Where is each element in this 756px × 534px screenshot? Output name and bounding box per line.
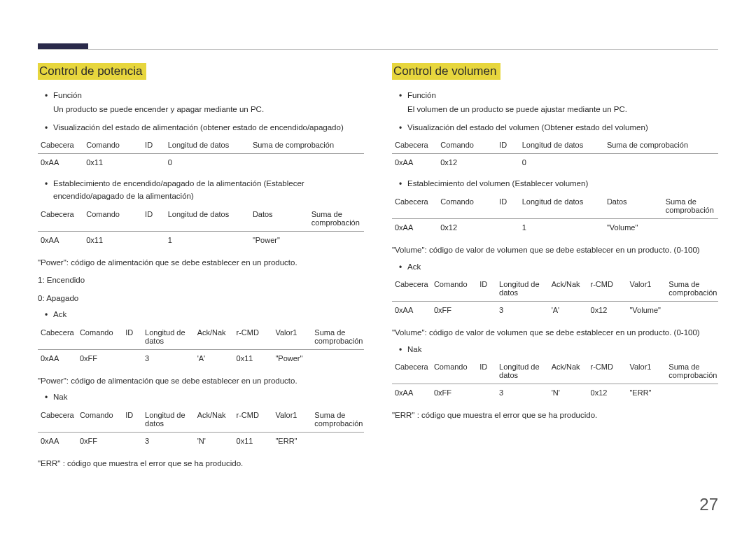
right-column: Control de volumen Función El volumen de… [392,63,718,474]
page-number: 27 [699,495,718,514]
td: 3 [142,349,195,367]
bullet-funcion-left: Función [38,90,364,102]
td [309,232,364,249]
th: Cabecera [392,277,431,302]
th: r-CMD [234,325,273,350]
td: 0xAA [38,154,83,171]
td: 0xAA [392,384,431,402]
th: ID [122,408,142,433]
td: 1 [519,219,604,237]
td: 1 [165,232,250,249]
th: Longitud de datos [142,408,195,433]
bullet-ack-left: Ack [38,309,364,321]
bullet-funcion-right: Función [392,90,718,102]
th: Comando [438,195,496,219]
th: Valor1 [626,277,666,302]
td [142,232,165,249]
th: Valor1 [272,325,312,350]
th: Suma de comprobación [666,277,718,302]
td [477,384,496,402]
td: "Volume" [626,302,666,319]
code-desc-left: "Power": código de alimentación que se d… [38,255,364,270]
th: Ack/Nak [195,325,234,350]
td: 0x11 [83,154,142,171]
td [122,432,142,449]
td: 0x12 [438,219,496,237]
th: Comando [431,277,477,302]
bullet-nak-right: Nak [392,344,718,356]
th: Ack/Nak [549,277,588,302]
th: Cabecera [392,360,431,384]
th: Cabecera [38,325,77,350]
td: 0xFF [431,384,477,402]
th: Suma de comprobación [666,360,718,384]
th: Valor1 [626,360,666,384]
td [477,302,496,319]
td: 'N' [549,384,588,402]
th: Suma de comprobación [309,207,364,232]
td [666,302,718,319]
th: Datos [250,207,309,232]
td [663,219,718,237]
th: r-CMD [588,360,627,384]
bullet-ack-right: Ack [392,261,718,274]
td: 0x11 [234,432,273,449]
th: Valor1 [272,408,312,433]
td: 0xAA [38,232,83,249]
table-left-4: Cabecera Comando ID Longitud de datos Ac… [38,408,364,449]
th: Comando [431,360,477,384]
code-desc2-right: "Volume": código de valor de volumen que… [392,325,718,340]
td: 'A' [195,349,234,367]
th: Comando [83,207,142,232]
td [312,349,364,367]
td [496,219,519,237]
code-desc2-left: "Power": código de alimentación que se d… [38,374,364,388]
th: ID [496,195,519,219]
th: Longitud de datos [142,325,195,350]
th: Longitud de datos [496,360,549,384]
th: ID [477,277,496,302]
th: ID [122,325,142,350]
funcion-desc-right: El volumen de un producto se puede ajust… [392,104,718,116]
th: Longitud de datos [165,138,250,154]
td: "Power" [272,349,312,367]
th: Comando [438,138,496,154]
td: 0xFF [77,432,122,449]
page: Control de potencia Función Un producto … [0,0,756,534]
th: Cabecera [38,408,77,433]
td: "Power" [250,232,309,249]
td: 0 [165,154,250,171]
th: Longitud de datos [519,195,604,219]
th: Suma de comprobación [312,408,364,433]
th: Suma de comprobación [312,325,364,350]
td: 3 [142,432,195,449]
td: 0xFF [431,302,477,319]
accent-bar [38,43,88,49]
td: 3 [496,384,549,402]
td: 0x11 [83,232,142,249]
bullet-viz-right: Visualización del estado del volumen (Ob… [392,122,718,134]
th: Longitud de datos [496,277,549,302]
table-right-4: Cabecera Comando ID Longitud de datos Ac… [392,360,718,401]
th: ID [477,360,496,384]
td: "ERR" [626,384,666,402]
code-desc-right: "Volume": código de valor de volumen que… [392,243,718,258]
th: Cabecera [38,207,83,232]
th: Longitud de datos [519,138,604,154]
td [312,432,364,449]
val1-left: 1: Encendido [38,273,364,288]
td: "ERR" [272,432,312,449]
err-desc-right: "ERR" : código que muestra el error que … [392,408,718,423]
td [496,154,519,171]
th: ID [142,138,165,154]
th: Comando [77,325,122,350]
td: 0xAA [392,154,438,171]
th: ID [142,207,165,232]
th: r-CMD [234,408,273,433]
section-title-left: Control de potencia [38,63,146,80]
table-right-1: Cabecera Comando ID Longitud de datos Su… [392,138,718,171]
td [666,384,718,402]
td: 'A' [549,302,588,319]
bullet-set-right: Establecimiento del volumen (Establecer … [392,178,718,190]
td [142,154,165,171]
